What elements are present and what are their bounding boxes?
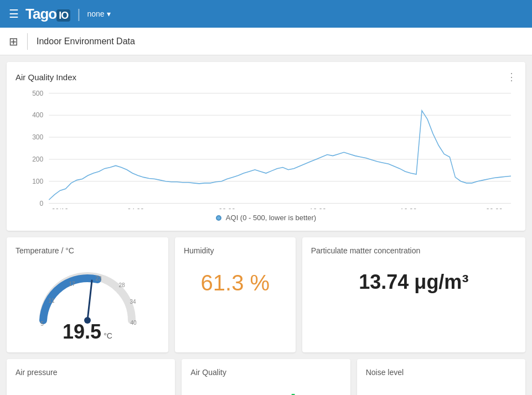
chart-legend: AQI (0 - 500, lower is better) (16, 214, 516, 222)
temperature-value: 19.5 (63, 320, 101, 344)
temperature-label: Temperature / °C (16, 246, 159, 255)
svg-text:5: 5 (40, 321, 44, 327)
svg-text:200: 200 (32, 155, 43, 163)
svg-text:23: 23 (95, 276, 102, 282)
aqi-chart-svg: 500 400 300 200 100 0 29/10 04:00 08:00 … (16, 87, 516, 209)
svg-text:16:00: 16:00 (400, 207, 417, 209)
grid-icon[interactable]: ⊞ (9, 35, 18, 48)
svg-text:17: 17 (69, 281, 75, 287)
menu-icon[interactable]: ☰ (9, 7, 19, 20)
particulate-label: Particulate matter concentration (311, 246, 516, 255)
air-quality-widget: Air Quality Good (182, 359, 350, 395)
particulate-widget: Particulate matter concentration 13.74 μ… (302, 237, 525, 352)
legend-label: AQI (0 - 500, lower is better) (226, 214, 316, 222)
svg-text:08:00: 08:00 (219, 207, 235, 209)
noise-value: 48.5 dBA (366, 381, 516, 395)
header: ☰ TagoIO | none ▾ (0, 0, 532, 28)
svg-text:29/10: 29/10 (51, 207, 68, 209)
air-quality-value: Good (190, 381, 341, 395)
dashboard-selector[interactable]: none ▾ (87, 9, 110, 18)
svg-text:12:00: 12:00 (309, 207, 326, 209)
gauge-container: 5 11 17 23 28 34 40 (16, 259, 159, 344)
chart-container: 500 400 300 200 100 0 29/10 04:00 08:00 … (16, 87, 516, 209)
svg-text:34: 34 (130, 299, 136, 305)
air-quality-chart-panel: Air Quality Index ⋮ 500 400 300 200 100 … (7, 62, 525, 231)
svg-line-25 (87, 280, 92, 320)
svg-text:11: 11 (48, 298, 55, 304)
sub-header: ⊞ Indoor Environment Data (0, 28, 532, 55)
header-divider: | (77, 6, 80, 22)
noise-label: Noise level (366, 368, 516, 377)
chart-title: Air Quality Index (16, 72, 76, 82)
temperature-unit: °C (104, 331, 112, 340)
svg-text:28: 28 (118, 282, 125, 288)
chart-header: Air Quality Index ⋮ (16, 71, 516, 83)
svg-text:100: 100 (32, 178, 43, 185)
svg-text:40: 40 (130, 320, 137, 326)
humidity-widget: Humidity 61.3 % (175, 237, 296, 352)
legend-dot (216, 215, 221, 221)
air-pressure-label: Air pressure (16, 368, 166, 377)
temperature-value-row: 19.5 °C (63, 320, 112, 344)
svg-text:400: 400 (32, 111, 43, 119)
chart-options-icon[interactable]: ⋮ (507, 71, 516, 83)
chevron-down-icon: ▾ (107, 9, 111, 18)
widgets-row-2: Air pressure 97,951 Pa Air Quality Good … (7, 359, 525, 395)
temperature-widget: Temperature / °C 5 11 17 (7, 237, 168, 352)
air-pressure-value: 97,951 Pa (16, 381, 166, 395)
svg-text:04:00: 04:00 (127, 207, 144, 209)
air-pressure-widget: Air pressure 97,951 Pa (7, 359, 175, 395)
logo: TagoIO (25, 6, 70, 23)
particulate-value: 13.74 μg/m³ (311, 259, 516, 305)
main-content: Air Quality Index ⋮ 500 400 300 200 100 … (0, 55, 532, 395)
sub-header-divider (27, 33, 28, 50)
svg-text:500: 500 (32, 89, 43, 97)
page-title: Indoor Environment Data (37, 37, 135, 46)
humidity-value: 61.3 % (184, 259, 287, 306)
noise-widget: Noise level 48.5 dBA (357, 359, 525, 395)
air-quality-label: Air Quality (190, 368, 341, 377)
svg-text:20:00: 20:00 (486, 207, 503, 209)
svg-text:300: 300 (32, 133, 43, 141)
widgets-row-1: Temperature / °C 5 11 17 (7, 237, 525, 352)
svg-text:0: 0 (40, 199, 44, 207)
humidity-label: Humidity (184, 246, 287, 255)
dropdown-label: none (87, 9, 104, 18)
